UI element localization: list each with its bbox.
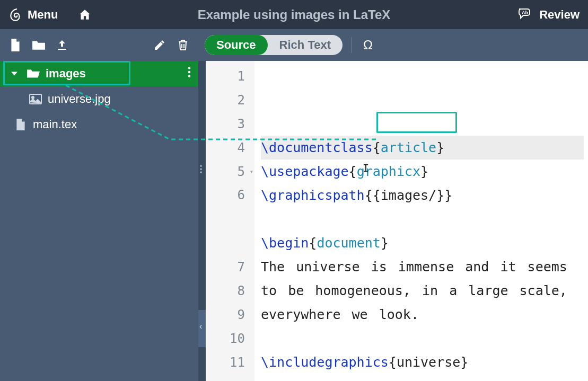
upload-icon[interactable]: [55, 38, 69, 52]
svg-text:Ab: Ab: [522, 10, 528, 15]
line-number-gutter: 12345▾67891011: [206, 61, 254, 381]
file-label: main.tex: [33, 118, 77, 131]
source-mode-tab[interactable]: Source: [205, 35, 268, 55]
svg-point-5: [32, 96, 34, 99]
fold-marker-icon[interactable]: ▾: [250, 168, 253, 175]
menu-label: Menu: [28, 8, 58, 22]
folder-menu-icon[interactable]: [188, 67, 191, 81]
line-number: 9: [206, 303, 254, 326]
line-number: 7: [206, 255, 254, 279]
code-line[interactable]: \graphicspath{{images/}}: [261, 183, 584, 207]
overleaf-logo-icon: [8, 8, 22, 22]
line-number: 8: [206, 279, 254, 303]
delete-icon[interactable]: [176, 38, 190, 52]
code-line[interactable]: [261, 326, 584, 350]
file-tree-toolbar: [0, 38, 198, 52]
home-icon[interactable]: [78, 8, 92, 22]
menu-button[interactable]: Menu: [28, 8, 58, 22]
tool-row: Source Rich Text Ω: [0, 29, 588, 61]
line-number: 2: [206, 88, 254, 112]
chevron-down-icon: [7, 70, 21, 77]
folder-label: images: [46, 67, 86, 81]
code-line[interactable]: [261, 374, 584, 381]
line-number: 6: [206, 183, 254, 255]
new-file-icon[interactable]: [8, 38, 22, 52]
code-line[interactable]: [261, 207, 584, 231]
file-label: universe.jpg: [48, 92, 111, 106]
editor-mode-toggle: Source Rich Text: [205, 35, 343, 55]
rename-icon[interactable]: [153, 38, 166, 52]
line-number: 4: [206, 136, 254, 160]
line-number: 5▾: [206, 160, 254, 183]
drag-dots-icon: •••: [200, 165, 203, 174]
review-icon: Ab: [517, 6, 534, 24]
code-editor[interactable]: 12345▾67891011 I \documentclass{article}…: [206, 61, 588, 381]
file-main-tex[interactable]: main.tex: [0, 112, 198, 137]
document-file-icon: [14, 118, 28, 131]
toolbar-divider: [351, 37, 352, 53]
folder-open-icon: [27, 68, 40, 79]
svg-point-2: [188, 71, 190, 73]
richtext-mode-tab[interactable]: Rich Text: [268, 35, 343, 55]
new-folder-icon[interactable]: [32, 38, 46, 52]
line-number: 3: [206, 112, 254, 136]
top-bar: Menu Example using images in LaTeX Ab Re…: [0, 0, 588, 29]
line-number: 10: [206, 326, 254, 350]
code-line[interactable]: \documentclass{article}: [261, 136, 584, 160]
review-button[interactable]: Ab Review: [517, 6, 580, 24]
file-universe-jpg[interactable]: universe.jpg: [0, 86, 198, 112]
code-line[interactable]: \includegraphics{universe}: [261, 350, 584, 374]
svg-point-3: [188, 75, 190, 77]
image-file-icon: [29, 94, 42, 104]
code-line[interactable]: The universe is immense and it seems to …: [261, 255, 584, 326]
pane-divider[interactable]: •••: [198, 61, 206, 381]
main-area: images universe.jpg main.tex ••• 12345▾6…: [0, 61, 588, 381]
file-tree: images universe.jpg main.tex: [0, 61, 198, 381]
collapse-handle-icon[interactable]: [198, 310, 206, 347]
line-number: 1: [206, 64, 254, 88]
symbols-button[interactable]: Ω: [361, 38, 375, 52]
line-number: 11: [206, 350, 254, 374]
code-content[interactable]: I \documentclass{article}\usepackage{gra…: [254, 61, 588, 381]
review-label: Review: [539, 8, 580, 22]
code-line[interactable]: \usepackage{graphicx}: [261, 160, 584, 183]
code-line[interactable]: \begin{document}: [261, 231, 584, 255]
folder-images[interactable]: images: [0, 61, 198, 86]
svg-point-1: [188, 67, 190, 69]
editor-toolbar: Source Rich Text Ω: [198, 35, 588, 55]
